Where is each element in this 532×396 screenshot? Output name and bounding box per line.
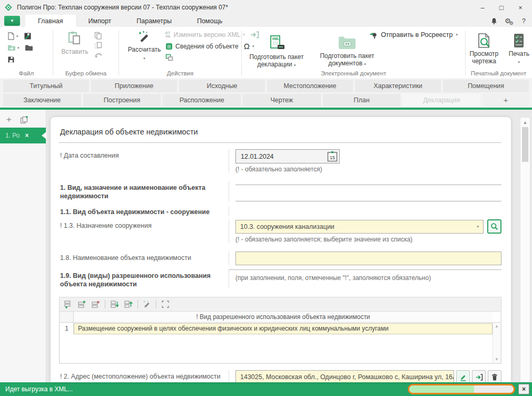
add-object-button[interactable]: + [6, 116, 12, 123]
tab-mestopolozhenie[interactable]: Местоположение [267, 80, 353, 92]
group-label-edoc: Электронный документ [242, 70, 465, 78]
minimize-button[interactable]: – [473, 1, 492, 14]
dropdown-caret-icon: ▾ [17, 46, 19, 50]
calculate-button[interactable]: Рассчитать ▾ [123, 28, 165, 70]
prepare-declaration-package-button[interactable]: XML Подготовить пакетдекларации ▾ [243, 32, 310, 69]
folder-package-icon [338, 35, 357, 51]
row-move-down-icon[interactable] [110, 300, 119, 308]
save-button[interactable] [7, 56, 15, 63]
object-sidebar: + 1. Ро × [0, 110, 46, 382]
usage-table-block: ! Вид разрешенного использования объекта… [59, 297, 501, 364]
address-edit-button[interactable] [456, 370, 470, 382]
tab-zaklyuchenie[interactable]: Заключение [3, 94, 81, 107]
field1-3-label: ! 1.3. Назначение сооружения [59, 219, 229, 243]
object-list-item-active[interactable]: 1. Ро × [0, 128, 46, 143]
section-tabstrip: Титульный Приложение Исходные Местополож… [0, 78, 532, 110]
settings-gear-icon[interactable]: ⚙⚙ [505, 17, 515, 25]
print-button[interactable]: Печать▾ [507, 30, 531, 70]
menu-tab-parameters[interactable]: Параметры [124, 15, 184, 27]
save-as-button[interactable] [24, 32, 32, 40]
ribbon: ▾ ▾ [0, 27, 532, 78]
tab-pomeshcheniya[interactable]: Помещения [443, 80, 529, 92]
table-row[interactable]: 1 Размещение сооружений в целях обеспече… [60, 323, 500, 334]
maximize-button[interactable]: □ [492, 1, 511, 14]
magic-wand-icon [137, 31, 151, 44]
tab-deklaratsiya[interactable]: Декларация [402, 94, 480, 107]
cancel-export-button[interactable]: × [518, 384, 529, 394]
ribbon-group-printdoc: Просмотрчертежа Печать▾ Печатный докумен… [466, 28, 531, 78]
xml-package-icon: XML [268, 35, 285, 52]
usage-value-cell[interactable]: Размещение сооружений в целях обеспечени… [74, 323, 492, 334]
address-open-button[interactable] [472, 370, 486, 382]
section1-9-label: 1.9. Вид (виды) разрешенного использован… [59, 269, 229, 288]
view-drawing-button[interactable]: Просмотрчертежа [466, 30, 503, 70]
vertical-scrollbar[interactable]: ▲ [520, 117, 530, 382]
purpose-search-button[interactable] [487, 219, 501, 234]
row-add-icon[interactable] [64, 300, 73, 308]
menu-tab-main[interactable]: Главная [25, 15, 76, 27]
group-label-printdoc: Печатный документ [466, 70, 531, 78]
calendar-icon[interactable]: 15 [327, 151, 338, 162]
help-icon[interactable]: ? [522, 17, 526, 25]
object-item-label: 1. Ро [5, 132, 20, 139]
table-scrollbar[interactable]: ▲ ▼ [492, 323, 500, 363]
object-item-close-icon[interactable]: × [25, 132, 29, 139]
send-to-rosreestr-button[interactable]: Отправить в Росреестр ▾ [369, 31, 458, 39]
new-document-button[interactable]: ▾ [7, 32, 18, 40]
notifications-bell-icon[interactable] [490, 17, 498, 25]
xml-version-icon: 07 XML [165, 32, 171, 38]
purpose-combobox[interactable]: 10.3. сооружения канализации ▾ [235, 220, 484, 234]
open-recent-button[interactable]: ▾ [7, 44, 19, 51]
undo-icon[interactable] [94, 52, 103, 59]
row-move-up-icon[interactable] [124, 300, 133, 308]
copy-button[interactable] [94, 32, 103, 40]
add-tab-button[interactable]: + [482, 94, 529, 107]
date-input[interactable]: 12.01.2024 15 [235, 149, 340, 163]
row-insert-icon[interactable] [77, 300, 86, 308]
app-window: Полигон Про: Техплан сооружения версии 0… [0, 0, 532, 396]
dropdown-caret-icon: ▾ [518, 60, 520, 64]
menu-tab-import[interactable]: Импорт [76, 15, 124, 27]
calculate-label: Рассчитать [128, 46, 161, 53]
table-corner-cell [60, 312, 74, 322]
tab-postroeniya[interactable]: Построения [83, 94, 161, 107]
empty-field-line [235, 201, 501, 201]
row-delete-icon[interactable] [91, 300, 100, 308]
change-xml-version-button[interactable]: 07 XML Изменить версию XML ▾ [165, 31, 240, 38]
tab-iskhodnye[interactable]: Исходные [179, 80, 265, 92]
autofill-wand-icon[interactable] [143, 300, 151, 308]
name-input[interactable] [235, 252, 501, 265]
menu-caret-icon: ▼ [10, 18, 14, 23]
progress-bar [409, 385, 514, 393]
layers-icon[interactable] [165, 54, 173, 61]
declaration-card: Декларация об объекте недвижимости ! Дат… [51, 117, 511, 382]
open-folder-button[interactable] [25, 44, 33, 51]
copy-format-button[interactable] [94, 42, 103, 50]
scroll-down-icon[interactable]: ▼ [495, 357, 499, 362]
close-button[interactable]: × [511, 1, 530, 14]
tab-prilozhenie[interactable]: Приложение [91, 80, 177, 92]
tab-raspolozhenie[interactable]: Расположение [163, 94, 241, 107]
send-label: Отправить в Росреестр [381, 31, 452, 38]
tab-plan[interactable]: План [323, 94, 401, 107]
tab-kharakteristiki[interactable]: Характеристики [355, 80, 441, 92]
tab-titulnyi[interactable]: Титульный [3, 80, 89, 92]
address-delete-button[interactable] [488, 370, 501, 382]
scrollbar-thumb[interactable] [522, 127, 528, 162]
tab-chertezh[interactable]: Чертеж [243, 94, 321, 107]
duplicate-object-button[interactable] [20, 116, 28, 124]
expand-table-icon[interactable] [161, 300, 170, 308]
app-menu-button[interactable]: ▼ [4, 16, 20, 26]
dropdown-caret-icon: ▾ [16, 34, 18, 38]
field1-3-hint: (! - обязательно заполняется; выберите з… [235, 236, 501, 243]
scroll-up-icon[interactable]: ▲ [495, 324, 499, 329]
address-input[interactable]: 143025, Московская обл., Одинцово г, Ром… [235, 370, 454, 382]
field1-8-label: 1.8. Наименование объекта недвижимости [59, 252, 229, 265]
menu-tab-help[interactable]: Помощь [184, 15, 235, 27]
date-hint: (! - обязательно заполняется) [235, 166, 501, 173]
paste-button[interactable]: Вставить [60, 31, 90, 70]
usage-table: ! Вид разрешенного использования объекта… [60, 312, 500, 363]
scrollbar-up-icon[interactable]: ▲ [520, 118, 530, 125]
address-label: ! 2. Адрес (местоположение) объекта недв… [59, 370, 229, 382]
object-info-button[interactable]: Сведения об объекте Ω ▾ [165, 42, 240, 51]
